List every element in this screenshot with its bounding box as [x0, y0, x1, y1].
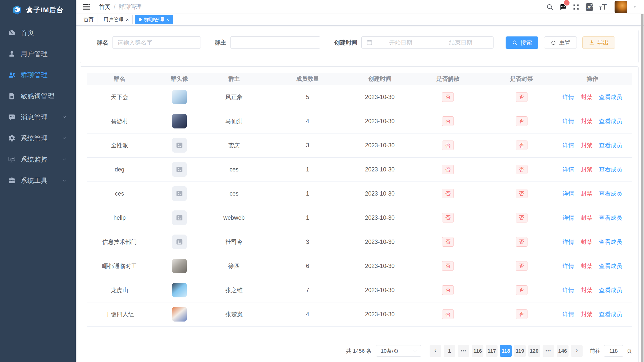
sidebar-item-label: 首页 — [21, 28, 67, 37]
view-members-link[interactable]: 查看成员 — [599, 94, 622, 100]
fullscreen-icon[interactable] — [572, 3, 580, 11]
group-avatar[interactable] — [172, 114, 187, 128]
language-icon[interactable]: A 文 — [585, 3, 594, 11]
sidebar-collapse-icon[interactable] — [82, 3, 91, 11]
view-members-link[interactable]: 查看成员 — [599, 311, 622, 318]
view-members-link[interactable]: 查看成员 — [599, 142, 622, 149]
detail-link[interactable]: 详情 — [563, 166, 574, 173]
reset-button[interactable]: 重置 — [544, 36, 577, 49]
ban-link[interactable]: 封禁 — [581, 263, 592, 269]
page-button[interactable]: 117 — [486, 345, 498, 357]
sidebar-item-group-mgmt[interactable]: 群聊管理 — [0, 64, 76, 85]
group-avatar[interactable] — [172, 283, 187, 297]
goto-page-input[interactable] — [604, 345, 623, 357]
banned-badge: 否 — [516, 165, 527, 174]
page-button[interactable]: 118 — [500, 345, 512, 357]
font-size-icon[interactable]: TT — [599, 3, 607, 11]
tab-close-icon[interactable]: × — [126, 17, 129, 22]
group-avatar[interactable] — [172, 186, 187, 201]
view-members-link[interactable]: 查看成员 — [599, 166, 622, 173]
page-next-button[interactable]: › — [571, 345, 583, 357]
page-size-value: 10条/页 — [381, 347, 412, 354]
page-button[interactable]: 1 — [444, 345, 455, 357]
ban-link[interactable]: 封禁 — [581, 94, 592, 100]
ban-link[interactable]: 封禁 — [581, 311, 592, 318]
detail-link[interactable]: 详情 — [563, 190, 574, 197]
search-icon[interactable] — [546, 3, 554, 11]
table-card: 群名群头像群主成员数量创建时间是否解散是否封禁操作 天下会 风正豪 5 2023… — [80, 66, 639, 362]
page-size-select[interactable]: 10条/页 — [376, 345, 421, 357]
group-avatar[interactable] — [172, 162, 187, 177]
tab[interactable]: 用户管理 × — [100, 15, 133, 24]
page-button[interactable]: 119 — [514, 345, 526, 357]
detail-link[interactable]: 详情 — [563, 118, 574, 124]
icon-dashboard — [8, 29, 16, 36]
view-members-link[interactable]: 查看成员 — [599, 214, 622, 221]
sidebar-item-system-tools[interactable]: 系统工具 — [0, 170, 76, 191]
sidebar-item-system-monitor[interactable]: 系统监控 — [0, 149, 76, 170]
pagination: 共 1456 条 10条/页 ‹1•••116117118119120•••14… — [87, 345, 632, 357]
ban-link[interactable]: 封禁 — [581, 239, 592, 245]
page-button[interactable]: 120 — [528, 345, 540, 357]
group-avatar[interactable] — [172, 138, 187, 153]
dissolved-badge: 否 — [442, 309, 454, 319]
detail-link[interactable]: 详情 — [563, 287, 574, 293]
export-button[interactable]: 导出 — [582, 36, 615, 49]
sidebar-item-sensitive-words[interactable]: 敏感词管理 — [0, 85, 76, 107]
app-logo[interactable]: 盒子IM后台 — [0, 0, 76, 20]
sidebar-item-user-mgmt[interactable]: 用户管理 — [0, 43, 76, 64]
page-button[interactable]: 116 — [472, 345, 483, 357]
view-members-link[interactable]: 查看成员 — [599, 118, 622, 124]
owner-input[interactable] — [230, 36, 320, 49]
tab[interactable]: 群聊管理 × — [135, 15, 173, 24]
group-avatar[interactable] — [172, 307, 187, 322]
dissolved-badge: 否 — [442, 92, 454, 102]
detail-link[interactable]: 详情 — [563, 239, 574, 245]
detail-link[interactable]: 详情 — [563, 94, 574, 100]
end-date-input[interactable]: 结束日期 — [433, 39, 489, 47]
group-avatar[interactable] — [172, 235, 187, 249]
dissolved-badge: 否 — [442, 261, 454, 271]
group-avatar[interactable] — [172, 90, 187, 104]
tab[interactable]: 首页 — [80, 15, 97, 24]
view-members-link[interactable]: 查看成员 — [599, 263, 622, 269]
ban-link[interactable]: 封禁 — [581, 190, 592, 197]
sidebar-item-label: 消息管理 — [21, 113, 62, 122]
ban-link[interactable]: 封禁 — [581, 142, 592, 149]
ban-link[interactable]: 封禁 — [581, 166, 592, 173]
page-more-button[interactable]: ••• — [458, 345, 469, 357]
detail-link[interactable]: 详情 — [563, 311, 574, 318]
date-range-picker[interactable]: 开始日期 - 结束日期 — [361, 36, 494, 49]
table-row: 龙虎山 张之维 7 2023-10-30 否 否 详情 封禁 查看成员 — [87, 278, 632, 302]
window-scrollbar[interactable] — [641, 14, 643, 362]
detail-link[interactable]: 详情 — [563, 263, 574, 269]
detail-link[interactable]: 详情 — [563, 214, 574, 221]
tab-close-icon[interactable]: × — [166, 17, 169, 22]
view-members-link[interactable]: 查看成员 — [599, 190, 622, 197]
group-name-input[interactable] — [112, 36, 201, 49]
view-members-link[interactable]: 查看成员 — [599, 287, 622, 293]
group-name: 龙虎山 — [111, 287, 128, 293]
user-menu-caret-icon[interactable] — [632, 5, 637, 9]
sidebar-item-system-mgmt[interactable]: 系统管理 — [0, 128, 76, 149]
page-button[interactable]: 146 — [557, 345, 569, 357]
page-more-button[interactable]: ••• — [543, 345, 554, 357]
group-avatar[interactable] — [172, 210, 187, 225]
search-button[interactable]: 搜索 — [506, 36, 538, 49]
group-owner: 龚庆 — [228, 142, 240, 149]
group-avatar[interactable] — [172, 259, 187, 273]
pagination-goto: 前往 页 — [590, 345, 632, 357]
sidebar-item-home[interactable]: 首页 — [0, 22, 76, 43]
user-avatar[interactable] — [615, 1, 627, 13]
start-date-input[interactable]: 开始日期 — [373, 39, 429, 47]
ban-link[interactable]: 封禁 — [581, 287, 592, 293]
page-prev-button[interactable]: ‹ — [430, 345, 441, 357]
ban-link[interactable]: 封禁 — [581, 118, 592, 124]
sidebar-item-message-mgmt[interactable]: 消息管理 — [0, 107, 76, 128]
view-members-link[interactable]: 查看成员 — [599, 239, 622, 245]
messages-button[interactable] — [559, 3, 567, 11]
detail-link[interactable]: 详情 — [563, 142, 574, 149]
ban-link[interactable]: 封禁 — [581, 214, 592, 221]
breadcrumb-home[interactable]: 首页 — [99, 3, 110, 11]
search-button-icon — [512, 40, 518, 46]
